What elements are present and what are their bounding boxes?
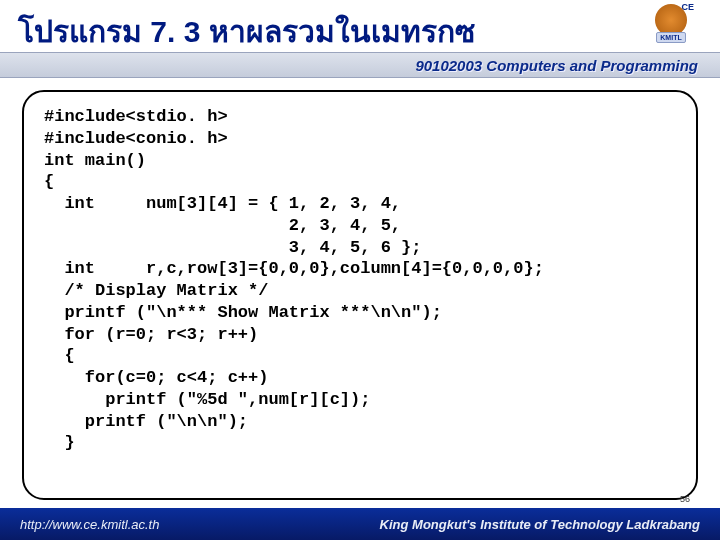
course-label: 90102003 Computers and Programming: [415, 57, 698, 74]
footer-url: http://www.ce.kmitl.ac.th: [20, 517, 159, 532]
slide-header: โปรแกรม 7. 3 หาผลรวมในเมทรกซ CE KMITL 90…: [0, 0, 720, 78]
code-container: #include<stdio. h> #include<conio. h> in…: [22, 90, 698, 500]
code-listing: #include<stdio. h> #include<conio. h> in…: [44, 106, 676, 454]
logo-badge-text: KMITL: [656, 32, 685, 43]
footer-institution: King Mongkut's Institute of Technology L…: [380, 517, 700, 532]
page-number: 56: [680, 494, 690, 504]
kmitl-logo: CE KMITL: [644, 4, 698, 52]
slide-footer: http://www.ce.kmitl.ac.th King Mongkut's…: [0, 508, 720, 540]
course-bar: 90102003 Computers and Programming: [0, 52, 720, 78]
slide-title: โปรแกรม 7. 3 หาผลรวมในเมทรกซ: [18, 8, 475, 55]
